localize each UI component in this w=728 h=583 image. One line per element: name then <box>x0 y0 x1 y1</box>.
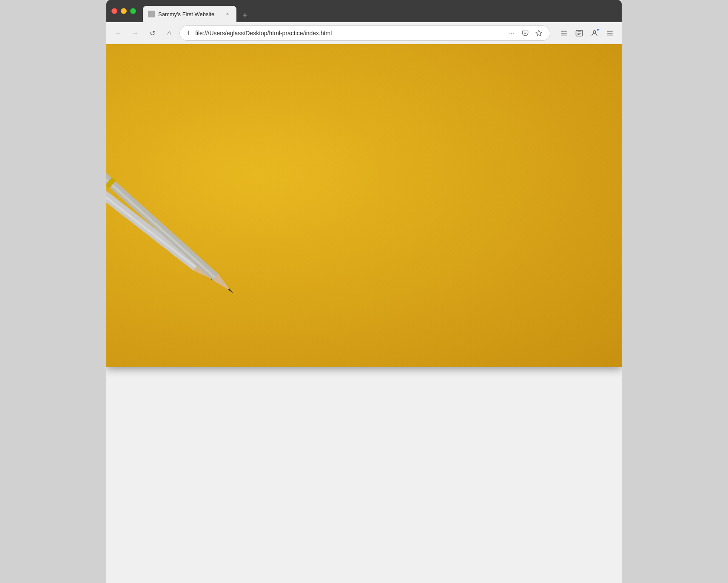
nav-right-actions <box>557 26 617 40</box>
info-icon: ℹ <box>185 30 192 37</box>
hero-image <box>106 44 622 367</box>
minimize-button[interactable] <box>121 8 127 14</box>
profile-button[interactable] <box>588 26 601 40</box>
title-bar: Sammy's First Website × + <box>106 0 622 22</box>
webpage-content <box>106 44 622 367</box>
url-text: file:///Users/eglass/Desktop/html-practi… <box>195 30 502 37</box>
bookmark-button[interactable] <box>533 27 545 39</box>
tabs-area: Sammy's First Website × + <box>143 0 617 22</box>
home-icon: ⌂ <box>167 29 171 37</box>
library-button[interactable] <box>557 26 571 40</box>
svg-marker-0 <box>536 30 541 36</box>
address-bar[interactable]: ℹ file:///Users/eglass/Desktop/html-prac… <box>179 25 550 41</box>
tab-title: Sammy's First Website <box>158 11 220 17</box>
back-button[interactable]: ← <box>111 26 125 40</box>
refresh-button[interactable]: ↺ <box>145 26 159 40</box>
active-tab[interactable]: Sammy's First Website × <box>143 6 236 22</box>
traffic-lights <box>111 8 136 14</box>
pencils-illustration <box>106 104 285 367</box>
svg-marker-23 <box>228 289 234 294</box>
home-button[interactable]: ⌂ <box>162 26 176 40</box>
browser-window: Sammy's First Website × + ← → ↺ ⌂ ℹ fi <box>106 0 622 583</box>
svg-rect-19 <box>106 121 216 279</box>
tab-close-button[interactable]: × <box>224 10 231 18</box>
forward-button[interactable]: → <box>128 26 142 40</box>
forward-icon: → <box>132 29 139 37</box>
tab-favicon <box>148 11 155 17</box>
menu-button[interactable] <box>603 26 617 40</box>
back-icon: ← <box>115 29 122 37</box>
more-button[interactable]: ··· <box>506 27 518 39</box>
profile-notification-dot <box>596 28 600 31</box>
address-actions: ··· <box>506 27 545 39</box>
svg-point-8 <box>593 31 596 33</box>
maximize-button[interactable] <box>130 8 136 14</box>
svg-rect-18 <box>106 118 219 281</box>
navigation-bar: ← → ↺ ⌂ ℹ file:///Users/eglass/Desktop/h… <box>106 22 622 44</box>
pocket-button[interactable] <box>519 27 531 39</box>
new-tab-button[interactable]: + <box>238 8 252 22</box>
refresh-icon: ↺ <box>150 29 155 37</box>
reader-view-button[interactable] <box>572 26 586 40</box>
close-button[interactable] <box>111 8 117 14</box>
